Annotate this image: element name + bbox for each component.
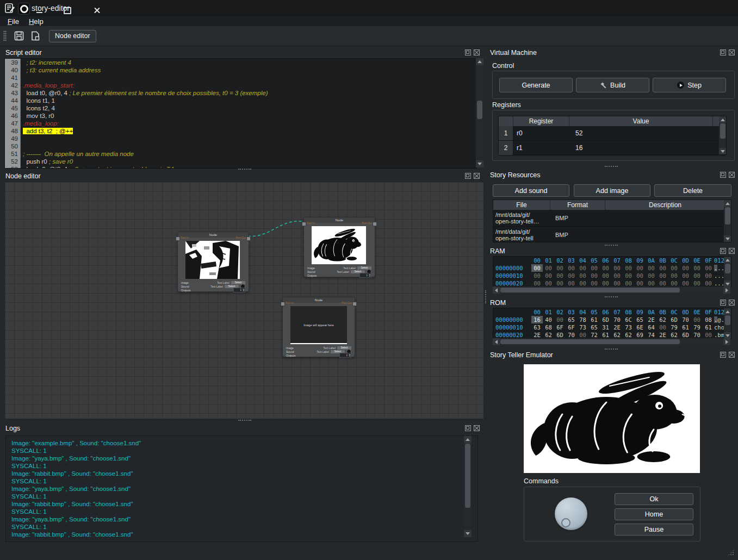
registers-group-label: Registers: [492, 101, 521, 109]
script-scrollbar[interactable]: [476, 58, 483, 167]
rom-hex-view[interactable]: 000102030405060708090A0B0C0D0E0F012 0000…: [493, 308, 731, 339]
script-line: 49: [5, 135, 476, 142]
minimize-button[interactable]: [33, 4, 46, 16]
rom-title: ROM: [488, 298, 738, 307]
rotary-knob[interactable]: [555, 497, 587, 530]
node-canvas[interactable]: Node Port In Port Out Image Text Label S…: [4, 182, 484, 419]
log-line: SYSCALL: 1: [11, 508, 477, 515]
script-line: 43 load t0, @r0, 4 ; Le premier élément …: [5, 89, 476, 97]
media-node-rabbit[interactable]: Node Port In Port Out Image Text Label S…: [303, 217, 375, 277]
ram-hscrollbar[interactable]: [493, 287, 730, 294]
float-panel-icon[interactable]: [720, 352, 726, 358]
app-window: { "window": { "title": "story-editor", "…: [0, 0, 738, 560]
float-panel-icon[interactable]: [465, 173, 471, 179]
toolbar-drag-handle[interactable]: [3, 30, 7, 41]
save-button[interactable]: [11, 28, 27, 43]
node-editor-toggle-button[interactable]: Node editor: [49, 30, 96, 42]
splitter-handle[interactable]: [605, 349, 618, 350]
close-panel-icon[interactable]: [474, 173, 480, 179]
log-output[interactable]: Image: "example.bmp" , Sound: "choose1.s…: [5, 435, 478, 542]
register-row[interactable]: 1r052: [499, 126, 726, 141]
add-sound-button[interactable]: Add sound: [493, 184, 569, 197]
logs-title: Logs: [0, 424, 483, 433]
outputs-spinbox[interactable]: 1: [359, 273, 371, 278]
add-image-button[interactable]: Add image: [574, 184, 650, 197]
resources-table-header: File Format Description: [493, 200, 731, 210]
script-line: 47.media_loop:: [5, 120, 476, 127]
registers-table[interactable]: Register Value 1r0522r116: [498, 116, 727, 155]
float-panel-icon[interactable]: [720, 248, 726, 254]
close-panel-icon[interactable]: [729, 352, 735, 358]
ram-hex-view[interactable]: 000102030405060708090A0B0C0D0E0F012 0000…: [493, 256, 731, 288]
float-panel-icon[interactable]: [720, 300, 726, 306]
script-code-area[interactable]: 39 ; t2: increment 440 ; t3: current med…: [4, 58, 477, 169]
resource-row[interactable]: /mnt/data/git/open-story-tell…BMP: [493, 210, 731, 227]
close-panel-icon[interactable]: [729, 172, 735, 178]
log-line: Image: "yaya.bmp" , Sound: "choose1.snd": [11, 455, 477, 462]
resources-scrollbar[interactable]: [724, 200, 731, 242]
resource-row[interactable]: /mnt/data/git/open-story-tellBMP: [493, 227, 731, 242]
close-button[interactable]: [90, 4, 103, 16]
menu-help[interactable]: Help: [29, 17, 44, 26]
log-line: Image: "yaya.bmp" , Sound: "choose1.snd": [11, 515, 477, 523]
step-button[interactable]: Step: [653, 78, 726, 92]
new-document-button[interactable]: [27, 28, 44, 43]
register-row[interactable]: 2r116: [499, 141, 726, 155]
port-in-label: Port In: [286, 301, 294, 304]
logs-scrollbar[interactable]: [464, 436, 472, 537]
resources-rows: /mnt/data/git/open-story-tell…BMP/mnt/da…: [493, 210, 731, 242]
port-out-connector[interactable]: [373, 222, 377, 226]
port-out-connector[interactable]: [246, 237, 251, 241]
ok-button[interactable]: Ok: [615, 493, 693, 505]
generate-button[interactable]: Generate: [499, 78, 573, 92]
ram-hex-header: 000102030405060708090A0B0C0D0E0F012: [493, 257, 731, 264]
log-line: Image: "rabbit.bmp" , Sound: "choose1.sn…: [11, 470, 477, 477]
splitter-handle-vertical[interactable]: [485, 290, 486, 303]
registers-scrollbar[interactable]: [719, 116, 726, 154]
sound-label: Sound: [307, 270, 315, 273]
outputs-spinbox[interactable]: 1: [339, 353, 351, 358]
image-label: Image: [181, 281, 189, 284]
outputs-label: Outputs: [181, 289, 191, 292]
rom-vscrollbar[interactable]: [724, 308, 731, 339]
float-panel-icon[interactable]: [465, 49, 471, 55]
ram-vscrollbar[interactable]: [724, 257, 731, 287]
delete-button[interactable]: Delete: [654, 184, 731, 197]
float-panel-icon[interactable]: [465, 425, 471, 431]
build-button[interactable]: Build: [576, 78, 649, 92]
close-panel-icon[interactable]: [729, 300, 735, 306]
outputs-spinbox[interactable]: 1: [233, 288, 245, 293]
toolbar: Node editor: [0, 26, 738, 46]
splitter-handle[interactable]: [605, 296, 618, 297]
port-in-connector[interactable]: [302, 222, 306, 226]
maximize-icon: [64, 7, 71, 14]
splitter-handle[interactable]: [238, 420, 251, 421]
port-in-connector[interactable]: [281, 302, 285, 306]
menu-bar: File Help: [0, 16, 738, 26]
close-panel-icon[interactable]: [474, 425, 480, 431]
media-node-yaya[interactable]: Node Port In Port Out Image Text Label S…: [177, 232, 249, 292]
maximize-button[interactable]: [61, 4, 74, 16]
splitter-handle[interactable]: [605, 245, 618, 246]
splitter-handle[interactable]: [238, 169, 251, 170]
float-panel-icon[interactable]: [720, 49, 726, 55]
splitter-handle[interactable]: [605, 166, 618, 167]
float-panel-icon[interactable]: [720, 172, 726, 178]
port-in-connector[interactable]: [176, 237, 180, 241]
close-panel-icon[interactable]: [729, 49, 735, 55]
home-button[interactable]: Home: [615, 508, 693, 520]
hex-row: 0000001063686F6F7365312E736E640079617961…: [493, 323, 731, 331]
close-panel-icon[interactable]: [474, 49, 480, 55]
close-panel-icon[interactable]: [729, 248, 735, 254]
registers-groupbox: Register Value 1r0522r116: [492, 110, 735, 161]
resources-table[interactable]: File Format Description /mnt/data/git/op…: [493, 200, 731, 242]
log-line: SYSCALL: 1: [11, 493, 477, 500]
port-out-connector[interactable]: [352, 302, 357, 306]
pause-button[interactable]: Pause: [615, 524, 693, 536]
menu-file[interactable]: File: [8, 17, 19, 26]
ram-title: RAM: [488, 247, 738, 256]
rom-hscrollbar[interactable]: [493, 338, 730, 345]
port-out-label: Port Out: [362, 221, 372, 225]
log-line: SYSCALL: 1: [11, 477, 477, 485]
media-node-empty[interactable]: Node Port In Port Out Image will appear …: [282, 297, 355, 357]
